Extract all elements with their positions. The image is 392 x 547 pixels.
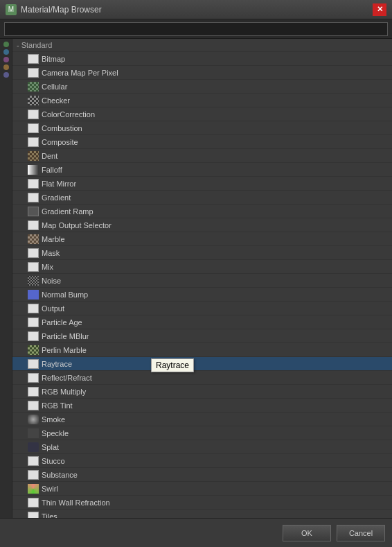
item-icon-bitmap	[28, 54, 39, 64]
category-label: - Standard	[17, 41, 52, 49]
list-item-smoke[interactable]: Smoke	[12, 413, 392, 426]
item-icon-thin-wall	[28, 498, 39, 507]
list-item-splat[interactable]: Splat	[12, 440, 392, 454]
list-item-normal-bump[interactable]: Normal Bump	[12, 288, 392, 302]
item-icon-particle-mblur	[28, 331, 39, 341]
list-item-falloff[interactable]: Falloff	[12, 163, 392, 177]
list-item-speckle[interactable]: Speckle	[12, 426, 392, 440]
item-icon-map-output	[28, 220, 39, 230]
search-input[interactable]	[4, 22, 388, 36]
list-item-gradient-ramp[interactable]: Gradient Ramp	[12, 205, 392, 218]
item-label-checker: Checker	[42, 96, 70, 105]
material-list[interactable]: - Standard BitmapCamera Map Per PixelCel…	[12, 39, 392, 518]
list-item-thin-wall[interactable]: Thin Wall Refraction	[12, 496, 392, 510]
item-label-substance: Substance	[42, 471, 78, 479]
item-icon-splat	[28, 442, 39, 452]
list-item-tiles[interactable]: Tiles	[12, 510, 392, 518]
item-icon-particle-age	[28, 318, 39, 327]
list-item-checker[interactable]: Checker	[12, 94, 392, 107]
list-item-raytrace[interactable]: RaytraceRaytrace	[12, 357, 392, 371]
item-label-gradient: Gradient	[42, 193, 71, 202]
tooltip-raytrace: Raytrace	[151, 358, 194, 372]
list-item-swirl[interactable]: Swirl	[12, 482, 392, 496]
item-label-speckle: Speckle	[42, 429, 69, 437]
item-label-falloff: Falloff	[42, 166, 62, 174]
item-icon-substance	[28, 470, 39, 480]
item-icon-cellular	[28, 82, 39, 92]
item-label-gradient-ramp: Gradient Ramp	[42, 207, 93, 216]
list-item-mask[interactable]: Mask	[12, 246, 392, 260]
item-icon-combustion	[28, 123, 39, 133]
item-icon-mask	[28, 248, 39, 258]
item-icon-color-correction	[28, 110, 39, 119]
list-item-dent[interactable]: Dent	[12, 149, 392, 163]
list-item-composite[interactable]: Composite	[12, 135, 392, 149]
item-label-noise: Noise	[42, 277, 61, 285]
item-icon-smoke	[28, 415, 39, 424]
item-icon-flat-mirror	[28, 179, 39, 189]
item-label-marble: Marble	[42, 235, 65, 243]
list-item-cellular[interactable]: Cellular	[12, 80, 392, 94]
item-label-bitmap: Bitmap	[42, 55, 65, 63]
title-bar: M Material/Map Browser ✕	[0, 0, 392, 19]
item-icon-output	[28, 304, 39, 313]
item-icon-mix	[28, 262, 39, 272]
list-item-combustion[interactable]: Combustion	[12, 121, 392, 135]
list-item-bitmap[interactable]: Bitmap	[12, 52, 392, 66]
item-label-mask: Mask	[42, 249, 60, 257]
item-label-flat-mirror: Flat Mirror	[42, 180, 76, 188]
item-icon-noise	[28, 276, 39, 286]
main-area: - Standard BitmapCamera Map Per PixelCel…	[0, 39, 392, 518]
list-item-reflect-refract[interactable]: Reflect/Refract	[12, 371, 392, 385]
close-button[interactable]: ✕	[373, 3, 386, 16]
list-item-output[interactable]: Output	[12, 302, 392, 315]
list-item-rgb-tint[interactable]: RGB Tint	[12, 399, 392, 413]
left-bar-dot-3	[3, 57, 9, 62]
item-label-cellular: Cellular	[42, 83, 67, 91]
list-item-mix[interactable]: Mix	[12, 260, 392, 274]
window-title: Material/Map Browser	[21, 5, 373, 15]
ok-button[interactable]: OK	[283, 525, 331, 541]
item-icon-perlin-marble	[28, 345, 39, 355]
list-item-color-correction[interactable]: ColorCorrection	[12, 107, 392, 121]
item-label-rgb-multiply: RGB Multiply	[42, 388, 86, 396]
item-icon-camera-map	[28, 68, 39, 78]
item-label-smoke: Smoke	[42, 415, 65, 424]
item-label-thin-wall: Thin Wall Refraction	[42, 498, 110, 507]
item-label-camera-map: Camera Map Per Pixel	[42, 69, 118, 77]
item-label-mix: Mix	[42, 263, 53, 271]
list-item-noise[interactable]: Noise	[12, 274, 392, 288]
list-item-stucco[interactable]: Stucco	[12, 454, 392, 468]
item-label-swirl: Swirl	[42, 485, 58, 493]
list-item-camera-map[interactable]: Camera Map Per Pixel	[12, 66, 392, 80]
list-item-perlin-marble[interactable]: Perlin Marble	[12, 343, 392, 357]
list-item-substance[interactable]: Substance	[12, 468, 392, 482]
item-icon-speckle	[28, 428, 39, 438]
app-icon: M	[6, 4, 17, 15]
list-item-gradient[interactable]: Gradient	[12, 191, 392, 205]
cancel-button[interactable]: Cancel	[337, 525, 385, 541]
list-item-marble[interactable]: Marble	[12, 232, 392, 246]
category-header: - Standard	[12, 39, 392, 52]
item-icon-normal-bump	[28, 290, 39, 299]
item-icon-rgb-multiply	[28, 387, 39, 397]
left-bar-dot-2	[3, 49, 9, 55]
list-item-particle-age[interactable]: Particle Age	[12, 315, 392, 329]
list-item-particle-mblur[interactable]: Particle MBlur	[12, 329, 392, 343]
left-bar	[0, 39, 12, 518]
item-icon-raytrace	[28, 359, 39, 369]
list-item-rgb-multiply[interactable]: RGB Multiply	[12, 385, 392, 399]
item-label-color-correction: ColorCorrection	[42, 110, 95, 119]
item-label-reflect-refract: Reflect/Refract	[42, 374, 92, 382]
list-item-map-output[interactable]: Map Output Selector	[12, 218, 392, 232]
item-label-combustion: Combustion	[42, 124, 82, 132]
item-icon-marble	[28, 234, 39, 244]
item-label-tiles: Tiles	[42, 512, 57, 519]
search-bar	[0, 19, 392, 39]
item-icon-tiles	[28, 512, 39, 519]
item-label-particle-mblur: Particle MBlur	[42, 332, 89, 340]
left-bar-dot-4	[3, 64, 9, 70]
list-item-flat-mirror[interactable]: Flat Mirror	[12, 177, 392, 191]
item-label-normal-bump: Normal Bump	[42, 290, 88, 299]
item-label-splat: Splat	[42, 443, 59, 451]
